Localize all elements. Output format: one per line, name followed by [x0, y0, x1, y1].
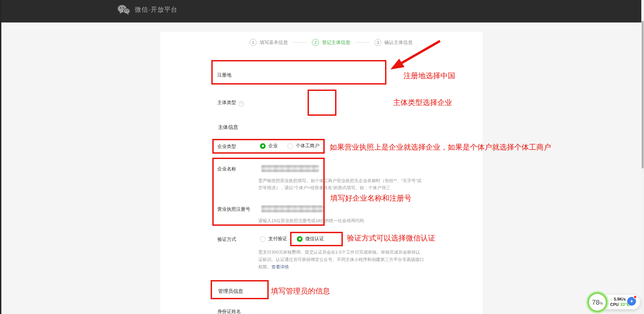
wechat-logo-icon — [117, 5, 130, 15]
step-1-circle: 1 — [250, 39, 257, 46]
verify-payment-radio[interactable]: 支付验证 — [260, 236, 287, 242]
annotation-text-verify: 验证方式可以选择微信认证 — [347, 233, 435, 243]
header-bar: 微信·开放平台 — [0, 0, 641, 22]
annotation-box-verify — [290, 232, 343, 246]
annotation-text-admin: 填写管理员的信息 — [271, 286, 330, 296]
id-name-label: 身份证姓名 — [217, 309, 241, 314]
download-arrow-icon: ↓ — [610, 297, 612, 302]
memory-percent-value: 78 — [592, 298, 599, 306]
radio-unselected-icon — [260, 236, 266, 242]
step-1-label: 填写基本信息 — [260, 40, 288, 46]
annotation-box-reg-location — [211, 60, 386, 85]
verify-payment-label: 支付验证 — [268, 236, 287, 242]
verify-note-line1: 需支付300元审核费用。提交认证后会在1-5个工作日完成审核。审核完成后会获得认 — [258, 249, 420, 256]
step-2-circle: 2 — [312, 39, 319, 46]
step-3-circle: 3 — [374, 39, 381, 46]
annotation-box-admin — [211, 280, 269, 299]
verify-method-label: 验证方式 — [217, 237, 236, 243]
step-separator — [292, 42, 307, 43]
step-2-label: 登记主体信息 — [322, 40, 350, 46]
download-speed-value: 5.9K/s — [614, 297, 626, 302]
notification-dot — [633, 295, 637, 299]
annotation-text-company-type: 如果营业执照上是企业就选择企业，如果是个体户就选择个体工商户 — [330, 142, 551, 152]
page: 微信·开放平台 1 填写基本信息 2 登记主体信息 3 确认主体信息 注册地 中… — [0, 0, 644, 314]
subject-info-section-title: 主体信息 — [218, 124, 238, 130]
subject-type-label: 主体类型? — [217, 100, 244, 107]
annotation-arrow — [382, 32, 449, 74]
step-1: 1 填写基本信息 — [250, 39, 288, 46]
annotation-text-reg-location: 注册地选择中国 — [404, 71, 455, 81]
annotation-box-company-type — [212, 139, 325, 154]
memory-usage-gauge[interactable]: 78 % — [589, 294, 606, 311]
brand: 微信·开放平台 — [117, 5, 177, 15]
view-details-link[interactable]: 查看详情 — [271, 264, 289, 269]
window-left-edge — [0, 0, 1, 314]
question-mark-icon[interactable]: ? — [238, 101, 244, 107]
verify-note-line3: 权限。查看详情 — [258, 263, 289, 271]
app-title: 微信·开放平台 — [135, 5, 177, 14]
verify-note-line3-text: 权限。 — [258, 264, 271, 269]
cpu-label: CPU — [610, 302, 619, 307]
subject-type-label-text: 主体类型 — [217, 100, 236, 105]
memory-percent-unit: % — [600, 301, 603, 305]
verify-note-line2: 证标识。认证通过后可获得绑定公众号、不同主体小程序和创建第三方平台等高级接口 — [258, 256, 424, 263]
scrollbar-thumb[interactable] — [642, 21, 644, 168]
step-2: 2 登记主体信息 — [312, 39, 350, 46]
annotation-text-subject-type: 主体类型选择企业 — [393, 98, 452, 108]
annotation-text-name-license: 填写好企业名称和注册号 — [330, 193, 412, 203]
scrollbar-track[interactable] — [641, 0, 644, 314]
annotation-box-subject-type — [308, 90, 336, 116]
step-separator — [355, 42, 370, 43]
annotation-box-name-license — [212, 158, 325, 226]
